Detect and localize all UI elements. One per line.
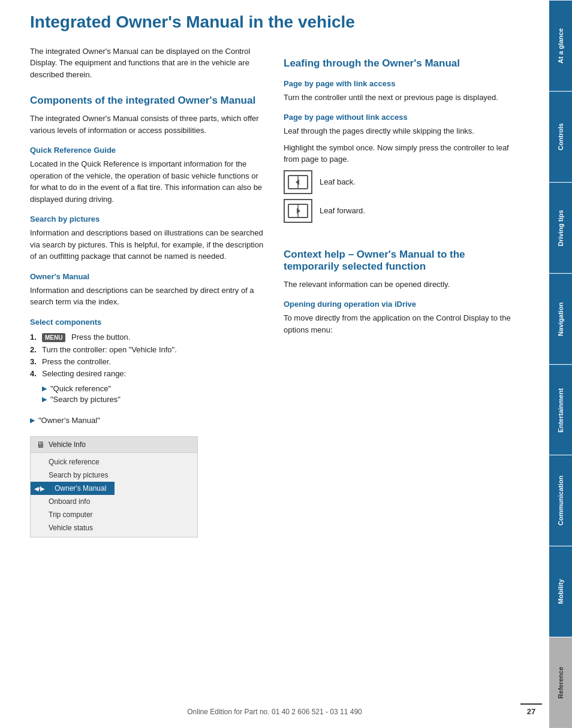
sidebar-tab-entertainment[interactable]: Entertainment <box>549 364 572 455</box>
sub-heading-quick-ref: Quick Reference Guide <box>30 146 266 155</box>
bullet-arrow-icon-3: ▶ <box>30 416 35 424</box>
step-2-num: 2. <box>30 345 42 354</box>
vehicle-info-header: 🖥 Vehicle Info <box>31 437 197 453</box>
steps-list: 1. MENU Press the button. 2. Turn the co… <box>30 333 266 378</box>
sidebar-tab-reference[interactable]: Reference <box>549 637 572 728</box>
leaf-forward-container: Leaf forward. <box>284 199 519 223</box>
bullet-quick-reference-text: "Quick reference" <box>50 384 111 393</box>
step-3-num: 3. <box>30 357 42 366</box>
menu-item-onboard-info[interactable]: Onboard info <box>31 495 98 508</box>
sidebar: At a glance Controls Driving tips Naviga… <box>549 0 572 728</box>
context-help-text: The relevant information can be opened d… <box>284 279 519 291</box>
section-heading-context-help: Context help – Owner's Manual to the tem… <box>284 249 519 273</box>
sidebar-tab-at-a-glance[interactable]: At a glance <box>549 0 572 91</box>
leaf-back-label: Leaf back. <box>320 177 356 186</box>
leaf-forward-icon <box>284 199 312 223</box>
menu-item-vehicle-status[interactable]: Vehicle status <box>31 521 101 534</box>
leaf-forward-label: Leaf forward. <box>320 206 365 215</box>
bullet-owners-manual-step: ▶ "Owner's Manual" <box>30 416 100 425</box>
page-title: Integrated Owner's Manual in the vehicle <box>30 12 519 32</box>
page-with-link-text: Turn the controller until the next or pr… <box>284 92 519 104</box>
sidebar-tab-controls[interactable]: Controls <box>549 91 572 182</box>
sidebar-tab-mobility[interactable]: Mobility <box>549 546 572 637</box>
bullet-arrow-icon: ▶ <box>42 385 47 392</box>
vehicle-info-row-5: Vehicle status <box>31 521 197 534</box>
sub-heading-page-with-link: Page by page with link access <box>284 79 519 88</box>
menu-button-icon: MENU <box>42 333 65 342</box>
menu-item-quick-reference[interactable]: Quick reference <box>31 455 108 469</box>
step-4-num: 4. <box>30 369 42 378</box>
step-3-text: Press the controller. <box>42 357 111 366</box>
svg-marker-2 <box>296 179 299 185</box>
bullet-quick-reference: ▶ "Quick reference" <box>30 384 266 393</box>
sub-heading-page-without-link: Page by page without link access <box>284 113 519 122</box>
sub-heading-opening-idrive: Opening during operation via iDrive <box>284 300 519 309</box>
sub-heading-select-components: Select components <box>30 318 266 327</box>
sub-heading-search-pictures: Search by pictures <box>30 215 266 223</box>
section-heading-leafing: Leafing through the Owner's Manual <box>284 58 519 70</box>
menu-item-trip-computer[interactable]: Trip computer <box>31 508 101 521</box>
svg-marker-5 <box>297 208 300 214</box>
bullet-search-pictures-text: "Search by pictures" <box>50 395 121 404</box>
vehicle-info-icon: 🖥 <box>37 440 45 449</box>
step-1: 1. MENU Press the button. <box>30 333 266 342</box>
vehicle-info-row-0: Quick reference <box>31 455 197 469</box>
step-4: 4. Selecting desired range: <box>30 369 266 378</box>
owners-manual-text: Information and descriptions can be sear… <box>30 285 266 308</box>
leaf-back-container: Leaf back. <box>284 170 519 194</box>
leaf-back-icon <box>284 170 312 194</box>
step-4-text: Selecting desired range: <box>42 369 126 378</box>
vehicle-info-row-1: Search by pictures <box>31 469 197 482</box>
vehicle-info-screenshot: 🖥 Vehicle Info Quick reference Search by… <box>30 436 198 537</box>
step-1-text: Press the button. <box>71 333 130 342</box>
bullet-search-pictures: ▶ "Search by pictures" <box>30 395 266 404</box>
vehicle-info-title: Vehicle Info <box>49 440 86 449</box>
components-intro: The integrated Owner's Manual consists o… <box>30 113 266 136</box>
step-3: 3. Press the controller. <box>30 357 266 366</box>
menu-item-search-pictures[interactable]: Search by pictures <box>31 469 116 482</box>
vehicle-info-row-2: ◀▶ Owner's Manual <box>31 482 197 495</box>
opening-idrive-text: To move directly from the application on… <box>284 312 519 336</box>
book-back-svg <box>287 173 309 191</box>
book-forward-svg <box>287 202 309 220</box>
footer-text: Online Edition for Part no. 01 40 2 606 … <box>187 708 362 716</box>
search-pictures-text: Information and descriptions based on il… <box>30 227 266 262</box>
sidebar-tab-driving-tips[interactable]: Driving tips <box>549 182 572 273</box>
page-footer: Online Edition for Part no. 01 40 2 606 … <box>0 708 549 716</box>
quick-ref-text: Located in the Quick Reference is import… <box>30 158 266 205</box>
page-without-link-text1: Leaf through the pages directly while sk… <box>284 125 519 137</box>
vehicle-info-row-4: Trip computer <box>31 508 197 521</box>
sidebar-tab-navigation[interactable]: Navigation <box>549 273 572 364</box>
sub-heading-owners-manual: Owner's Manual <box>30 272 266 281</box>
vehicle-info-menu: Quick reference Search by pictures ◀▶ Ow… <box>31 453 197 537</box>
intro-text: The integrated Owner's Manual can be dis… <box>30 46 266 81</box>
vehicle-info-row-3: Onboard info <box>31 495 197 508</box>
bullet-owners-manual-text: "Owner's Manual" <box>38 416 100 425</box>
step-2: 2. Turn the controller: open "Vehicle In… <box>30 345 266 354</box>
section-heading-components: Components of the integrated Owner's Man… <box>30 95 266 107</box>
step-1-num: 1. <box>30 333 42 342</box>
sidebar-tab-communication[interactable]: Communication <box>549 455 572 546</box>
page-without-link-text2: Highlight the symbol once. Now simply pr… <box>284 142 519 165</box>
step-2-text: Turn the controller: open "Vehicle Info"… <box>42 345 177 354</box>
bullet-arrow-icon-2: ▶ <box>42 395 47 403</box>
